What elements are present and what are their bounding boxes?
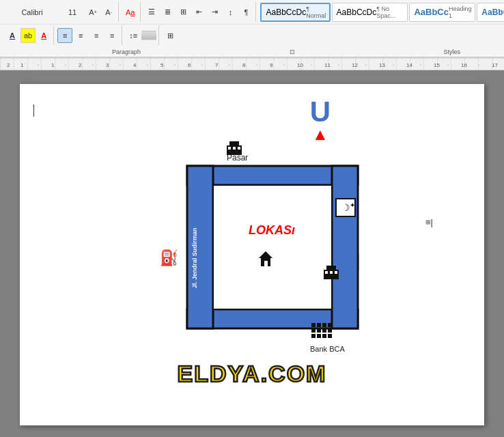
text-cursor (33, 104, 34, 117)
increase-indent-button[interactable]: ⇥ (207, 5, 222, 20)
svg-text:·: · (201, 62, 203, 68)
svg-text:·: · (311, 62, 312, 68)
text-cursor-doc[interactable]: ≡| (425, 217, 433, 227)
font-color-button[interactable]: A (5, 28, 20, 43)
align-center-button[interactable]: ≡ (73, 28, 88, 43)
svg-text:⛽: ⛽ (160, 249, 179, 267)
svg-text:·: · (365, 62, 367, 68)
svg-rect-64 (311, 328, 316, 333)
expand-paragraph-icon[interactable]: ⊡ (290, 48, 295, 55)
svg-text:15: 15 (434, 62, 440, 68)
svg-rect-65 (317, 328, 321, 333)
brand-text: ELDYA.COM (126, 361, 378, 387)
svg-text:17: 17 (492, 62, 498, 68)
highlight-button[interactable]: ab (20, 28, 36, 43)
svg-text:9: 9 (270, 62, 273, 68)
svg-text:6: 6 (188, 62, 191, 68)
style-normal[interactable]: AaBbCcDc ¶ Normal (260, 3, 330, 22)
multilevel-button[interactable]: ⊞ (176, 5, 191, 20)
svg-rect-61 (317, 323, 321, 327)
text-format-group: Aa (120, 2, 141, 22)
svg-text:·: · (478, 62, 479, 68)
decrease-indent-button[interactable]: ⇤ (191, 5, 206, 20)
alignment-group: ≡ ≡ ≡ ≡ (55, 26, 122, 45)
svg-rect-45 (264, 261, 268, 266)
style-nospace[interactable]: AaBbCcDc ¶ No Spac... (332, 3, 408, 22)
toolbar-row2: A ab A ≡ ≡ ≡ ≡ ↕≡ ⊞ (0, 25, 504, 46)
ruler: // This won't execute here, ticks drawn … (0, 58, 504, 70)
north-letter: U (310, 98, 331, 126)
svg-text:·: · (174, 62, 176, 68)
svg-rect-42 (213, 185, 332, 309)
svg-text:·: · (256, 62, 257, 68)
bank-label-text: Bank BCA (310, 345, 345, 353)
svg-text:2: 2 (7, 62, 10, 68)
line-spacing-button[interactable]: ↕≡ (126, 28, 141, 43)
pilcrow-button[interactable]: ¶ (238, 5, 253, 20)
font-size-dropdown[interactable]: 11 (60, 5, 85, 20)
svg-text:☽: ☽ (341, 202, 350, 213)
svg-text:·: · (65, 62, 66, 68)
ruler-svg: // This won't execute here, ticks drawn … (0, 58, 504, 70)
svg-rect-70 (322, 334, 326, 338)
lokasi-label-text: LOKASı (249, 223, 295, 237)
svg-rect-56 (326, 266, 336, 270)
svg-text:·: · (92, 62, 94, 68)
svg-text:7: 7 (215, 62, 219, 68)
font-color2-button[interactable]: A (36, 28, 51, 43)
sort-button[interactable]: ↕ (223, 5, 238, 20)
svg-text:·: · (38, 62, 39, 68)
svg-rect-58 (330, 271, 333, 274)
text-style-group: A ab A (3, 26, 54, 45)
map-svg: Jl. Jendral Sudirman LOKASı Pasar ☽ (126, 98, 378, 367)
list-group: ☰ ≣ ⊞ ⇤ ⇥ ↕ ¶ (142, 2, 256, 22)
paragraph-section-label: Paragraph (3, 48, 141, 55)
bullets-button[interactable]: ☰ (144, 5, 159, 20)
svg-text:13: 13 (379, 62, 385, 68)
svg-rect-47 (229, 141, 239, 146)
svg-rect-67 (328, 328, 332, 333)
svg-text:·: · (283, 62, 285, 68)
svg-text:·: · (447, 62, 449, 68)
align-left-button[interactable]: ≡ (57, 28, 72, 43)
shading-button[interactable] (141, 31, 156, 40)
section-labels: Paragraph ⊡ Styles (0, 46, 504, 57)
north-indicator: U ▲ (310, 98, 331, 143)
svg-rect-60 (311, 323, 316, 327)
style-h1[interactable]: AaBbCc Heading 1 (409, 3, 475, 22)
svg-text:8: 8 (242, 62, 246, 68)
svg-rect-68 (311, 334, 316, 338)
spacing-group: ↕≡ (124, 26, 159, 45)
borders-button[interactable]: ⊞ (163, 28, 178, 43)
svg-text:·: · (147, 62, 148, 68)
svg-rect-50 (238, 147, 240, 150)
svg-text:5: 5 (160, 62, 164, 68)
svg-text:12: 12 (352, 62, 358, 68)
svg-text:1: 1 (20, 62, 24, 68)
document-area[interactable]: U ▲ Jl. Jendral Sudirman (0, 70, 504, 437)
svg-text:·: · (393, 62, 394, 68)
numbering-button[interactable]: ≣ (160, 5, 175, 20)
svg-text:·: · (338, 62, 339, 68)
svg-text:11: 11 (324, 62, 331, 68)
svg-text:10: 10 (297, 62, 303, 68)
svg-text:16: 16 (461, 62, 467, 68)
svg-text:·: · (420, 62, 421, 68)
border-group: ⊞ (160, 26, 180, 45)
svg-text:14: 14 (406, 62, 412, 68)
svg-text:·: · (120, 62, 121, 68)
font-dropdown[interactable]: Calibri (5, 5, 59, 20)
shrink-font-button[interactable]: A- (101, 5, 116, 20)
svg-rect-49 (233, 147, 236, 150)
toolbar-row1: Calibri 11 A+ A- Aa ☰ ≣ ⊞ ⇤ ⇥ ↕ ¶ AaBbCc… (0, 0, 504, 25)
svg-text:✦: ✦ (350, 201, 355, 209)
align-justify-button[interactable]: ≡ (104, 28, 120, 43)
align-right-button[interactable]: ≡ (89, 28, 104, 43)
clear-format-button[interactable]: Aa (122, 5, 138, 20)
svg-text:3: 3 (106, 62, 109, 68)
grow-font-button[interactable]: A+ (85, 5, 100, 20)
svg-rect-59 (335, 271, 337, 274)
style-h2[interactable]: AaBbCcC Heading 2 (477, 3, 504, 22)
svg-text:2: 2 (79, 62, 82, 68)
road-label-text: Jl. Jendral Sudirman (191, 228, 198, 289)
